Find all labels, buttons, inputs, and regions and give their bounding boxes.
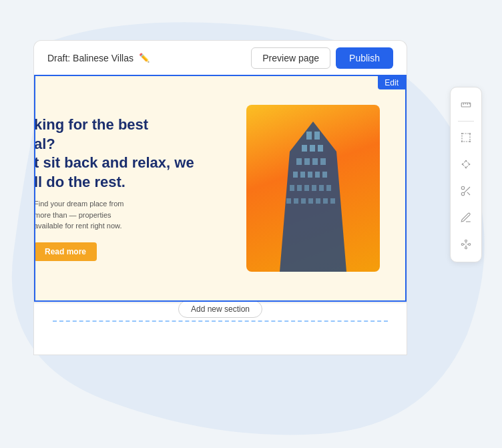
svg-point-49 <box>465 247 467 249</box>
hero-section: king for the best al? t sit back and rel… <box>34 75 407 302</box>
publish-button[interactable]: Publish <box>336 47 393 69</box>
hero-heading-line3: t sit back and relax, we <box>34 154 240 173</box>
svg-rect-20 <box>326 185 331 191</box>
svg-rect-13 <box>315 172 320 178</box>
svg-rect-8 <box>312 158 318 165</box>
nodes-icon <box>460 238 472 250</box>
svg-rect-33 <box>462 134 470 142</box>
svg-point-46 <box>461 244 463 246</box>
svg-rect-10 <box>293 172 298 178</box>
svg-point-41 <box>462 164 463 165</box>
svg-rect-1 <box>306 132 312 140</box>
svg-rect-6 <box>296 158 302 165</box>
preview-page-button[interactable]: Preview page <box>251 47 330 69</box>
svg-point-40 <box>465 167 467 168</box>
svg-point-36 <box>461 141 463 142</box>
svg-point-42 <box>461 186 465 190</box>
top-bar: Draft: Balinese Villas ✏️ Preview page P… <box>33 40 407 75</box>
svg-point-35 <box>469 133 471 134</box>
hero-heading-line1: king for the best <box>34 116 240 135</box>
transform-tool[interactable] <box>454 152 478 176</box>
page-editor: Edit king for the best al? t sit back an… <box>33 75 407 355</box>
svg-rect-14 <box>322 172 327 178</box>
svg-rect-27 <box>330 198 335 204</box>
scissor-tool[interactable] <box>454 179 478 203</box>
read-more-button[interactable]: Read more <box>34 242 97 261</box>
select-icon <box>460 132 472 144</box>
svg-rect-5 <box>318 145 323 152</box>
svg-rect-22 <box>294 198 298 204</box>
hero-subtext: Find your dream place from more than — p… <box>34 198 141 232</box>
svg-rect-24 <box>308 198 313 204</box>
pen-tool[interactable] <box>454 206 478 230</box>
add-section-button[interactable]: Add new section <box>178 300 262 318</box>
svg-rect-26 <box>323 198 328 204</box>
svg-point-38 <box>465 160 467 162</box>
svg-rect-16 <box>297 185 302 191</box>
svg-rect-17 <box>304 185 309 191</box>
hero-heading-line2: al? <box>34 135 240 154</box>
svg-rect-15 <box>290 185 294 191</box>
svg-rect-25 <box>316 198 320 204</box>
select-tool[interactable] <box>454 126 478 150</box>
svg-line-44 <box>464 187 470 193</box>
right-toolbar <box>450 87 482 262</box>
hero-image <box>246 105 380 272</box>
hero-heading: king for the best al? t sit back and rel… <box>34 116 240 192</box>
draft-title-text: Draft: Balinese Villas <box>47 53 134 63</box>
svg-point-48 <box>465 240 467 242</box>
title-edit-icon[interactable]: ✏️ <box>139 53 150 63</box>
svg-marker-0 <box>280 122 346 272</box>
svg-rect-4 <box>310 145 315 152</box>
editor-window: Draft: Balinese Villas ✏️ Preview page P… <box>33 40 407 387</box>
svg-rect-2 <box>314 132 320 140</box>
svg-point-39 <box>469 164 470 165</box>
svg-rect-11 <box>300 172 305 178</box>
svg-rect-18 <box>312 185 316 191</box>
hero-text: king for the best al? t sit back and rel… <box>34 116 246 261</box>
svg-rect-9 <box>320 158 326 165</box>
svg-point-37 <box>469 141 471 142</box>
svg-point-34 <box>461 133 463 134</box>
svg-rect-23 <box>301 198 306 204</box>
building-svg <box>270 118 356 272</box>
svg-rect-19 <box>319 185 324 191</box>
draft-title-area: Draft: Balinese Villas ✏️ <box>47 53 150 63</box>
add-section-inner: Add new section <box>53 310 388 322</box>
scissor-icon <box>460 185 472 197</box>
svg-rect-7 <box>304 158 310 165</box>
hero-heading-line4: ll do the rest. <box>34 173 240 192</box>
svg-rect-12 <box>308 172 312 178</box>
top-bar-actions: Preview page Publish <box>251 47 393 69</box>
pen-icon <box>460 212 472 224</box>
svg-rect-21 <box>286 198 291 204</box>
add-section-bar: Add new section <box>34 302 407 355</box>
dashed-divider <box>53 320 388 322</box>
svg-rect-3 <box>302 145 307 152</box>
ruler-tool[interactable] <box>454 93 478 117</box>
svg-line-45 <box>467 192 470 195</box>
toolbar-divider-1 <box>458 121 474 122</box>
svg-point-43 <box>461 192 465 196</box>
svg-point-47 <box>469 244 471 246</box>
nodes-tool[interactable] <box>454 232 478 256</box>
transform-icon <box>460 158 472 170</box>
ruler-icon <box>460 99 472 111</box>
